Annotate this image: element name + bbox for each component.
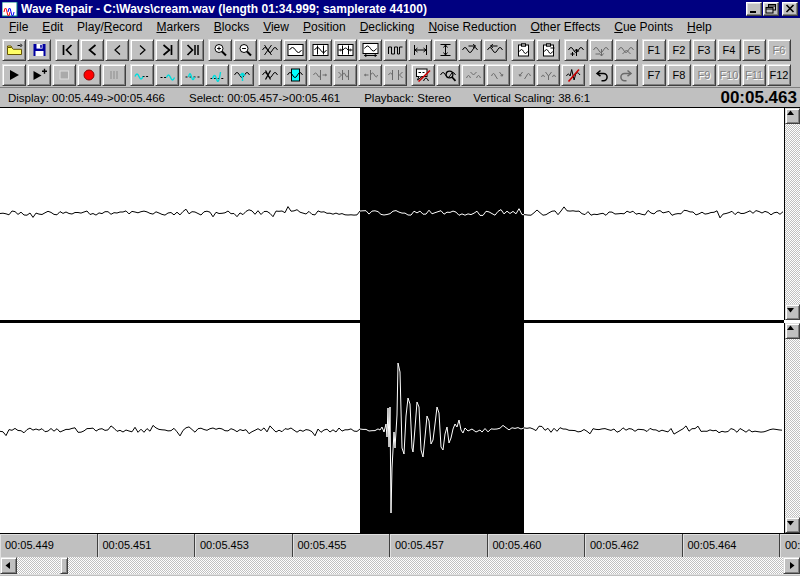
restore-button[interactable] [763, 2, 779, 16]
cyan2-icon [159, 68, 176, 82]
scroll-down-icon[interactable] [785, 517, 800, 533]
zoom-out[interactable] [233, 39, 257, 61]
wave-plus-icon [568, 43, 585, 57]
fkey-f8-button[interactable]: F8 [667, 64, 691, 86]
zoom-to-markers[interactable] [308, 39, 332, 61]
menu-cue-points[interactable]: Cue Points [607, 19, 680, 36]
extend-selection [383, 64, 407, 86]
menu-noise-reduction[interactable]: Noise Reduction [421, 19, 523, 36]
menu-view[interactable]: View [256, 19, 296, 36]
right-channel-scrollbar[interactable] [784, 323, 800, 533]
fkey-f1-button[interactable]: F1 [642, 39, 666, 61]
fkey-f5-button[interactable]: F5 [742, 39, 766, 61]
big-step-back[interactable] [80, 39, 104, 61]
show-selection[interactable] [283, 64, 307, 86]
toolbar-group [208, 39, 508, 61]
menu-position[interactable]: Position [296, 19, 353, 36]
scroll-up-icon[interactable] [785, 323, 800, 339]
cyan3-icon [184, 68, 201, 82]
menu-file[interactable]: File [2, 19, 35, 36]
show-block-list[interactable] [383, 39, 407, 61]
play-around-selection[interactable] [205, 64, 229, 86]
save-file[interactable] [27, 39, 51, 61]
fkey-f3-button[interactable]: F3 [692, 39, 716, 61]
fkey-f2-button[interactable]: F2 [667, 39, 691, 61]
fit-vertical[interactable] [433, 39, 457, 61]
folder-icon [6, 43, 23, 57]
nav-prev-icon [84, 43, 101, 57]
playback-mode: Playback: Stereo [364, 92, 451, 104]
pause [102, 64, 126, 86]
minimize-button[interactable] [746, 2, 762, 16]
zoom-between-markers[interactable] [333, 39, 357, 61]
selection-region [360, 108, 524, 533]
scroll-right-button[interactable] [783, 557, 800, 574]
step-forward[interactable] [130, 39, 154, 61]
scroll-left-button[interactable] [0, 557, 17, 574]
zoom-selection[interactable] [258, 39, 282, 61]
scrollbar-thumb[interactable] [60, 557, 68, 574]
undo[interactable] [589, 64, 613, 86]
big-step-forward[interactable] [155, 39, 179, 61]
vertical-zoom-in[interactable] [564, 39, 588, 61]
play-append[interactable] [27, 64, 51, 86]
play-selection[interactable] [180, 64, 204, 86]
play-before-cursor[interactable] [130, 64, 154, 86]
scroll-up-icon[interactable] [785, 108, 800, 124]
waveform-display[interactable] [0, 108, 800, 533]
left-channel-scrollbar[interactable] [784, 108, 800, 320]
scroll-wave-left[interactable] [483, 39, 507, 61]
goto-end[interactable] [180, 39, 204, 61]
clear-selection[interactable] [258, 64, 282, 86]
step-back[interactable] [105, 39, 129, 61]
zoom-block[interactable] [358, 39, 382, 61]
toolbar-group [55, 39, 205, 61]
interpolate-click [461, 64, 485, 86]
fit-horizontal[interactable] [408, 39, 432, 61]
selection-range: Select: 00:05.457->00:05.461 [189, 92, 340, 104]
zoom-in[interactable] [208, 39, 232, 61]
nudge1-icon [312, 68, 329, 82]
menu-play-record[interactable]: Play/Record [70, 19, 149, 36]
scroll-down-icon[interactable] [785, 304, 800, 320]
play-after-cursor[interactable] [155, 64, 179, 86]
remove-click[interactable] [561, 64, 585, 86]
statusbar: Display: 00:05.449->00:05.466 Select: 00… [0, 88, 800, 108]
menu-blocks[interactable]: Blocks [207, 19, 256, 36]
copy-block-to-clipboard[interactable] [511, 39, 535, 61]
mark-click[interactable] [411, 64, 435, 86]
scrollbar-track[interactable] [17, 557, 783, 574]
play[interactable] [2, 64, 26, 86]
examine-click[interactable] [436, 64, 460, 86]
menu-edit[interactable]: Edit [35, 19, 70, 36]
scroll-wave-right[interactable] [458, 39, 482, 61]
fkey-f10-button: F10 [717, 64, 741, 86]
menu-other-effects[interactable]: Other Effects [523, 19, 607, 36]
play-to-end[interactable] [230, 64, 254, 86]
toolbar-group [258, 64, 408, 86]
play-icon [6, 68, 23, 82]
menu-declicking[interactable]: Declicking [353, 19, 422, 36]
menu-help[interactable]: Help [680, 19, 719, 36]
nudge4-icon [387, 68, 404, 82]
fkey-f7-button[interactable]: F7 [642, 64, 666, 86]
toolbar-group: F1F2F3F4F5F6 [642, 39, 792, 61]
fkey-f12-button[interactable]: F12 [767, 64, 791, 86]
wave-arrow-l-icon [487, 43, 504, 57]
menu-markers[interactable]: Markers [149, 19, 206, 36]
wave-cross-icon [262, 43, 279, 57]
horizontal-scrollbar[interactable] [0, 557, 800, 574]
titlebar: Wave Repair - C:\Wavs\cream.wav (length … [0, 0, 800, 18]
nudge2-icon [337, 68, 354, 82]
fkey-f4-button[interactable]: F4 [717, 39, 741, 61]
close-button[interactable] [782, 2, 798, 16]
clipboard-wave-icon [515, 43, 532, 57]
view-whole-wave[interactable] [283, 39, 307, 61]
toolbar-group [411, 64, 586, 86]
time-axis-label: 00:05.460 [488, 534, 586, 557]
waveform-canvas[interactable] [0, 108, 784, 533]
open-file[interactable] [2, 39, 26, 61]
record[interactable] [77, 64, 101, 86]
goto-start[interactable] [55, 39, 79, 61]
paste-block-from-clipboard[interactable] [536, 39, 560, 61]
